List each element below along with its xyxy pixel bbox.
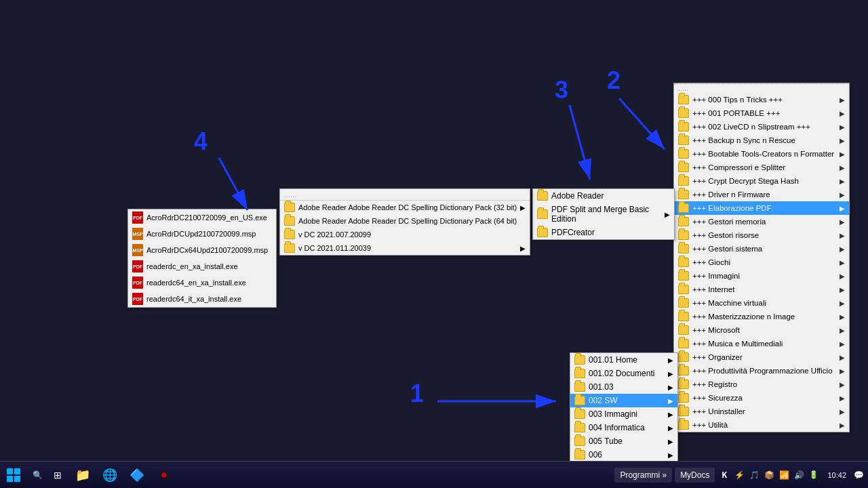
menu-item-label: +++ Bootable Tools-Creators n Formatter [692,150,834,158]
submenu-arrow-icon: ▶ [668,438,673,445]
tray-icon-3[interactable]: 🎵 [747,468,761,482]
menu-right-item[interactable]: +++ Driver n Firmware▶ [674,188,849,201]
windows-icon [7,468,20,482]
menu-right-item[interactable]: +++ Gestori memoria▶ [674,215,849,228]
menu-right-item[interactable]: +++ Sicurezza▶ [674,391,849,405]
menu-right-item[interactable]: +++ Registro▶ [674,378,849,391]
menu-file-item[interactable]: PDFreaderdc_en_xa_install.exe [128,258,276,274]
menu-sw-item[interactable]: 005 Tube▶ [570,434,677,448]
app3-pin[interactable]: 🔷 [125,463,149,487]
menu-file-item[interactable]: PDFAcroRdrDC2100720099_en_US.exe [128,209,276,226]
folder-icon [537,191,548,201]
svg-line-4 [219,158,248,210]
folder-icon [678,271,689,281]
programmi-label[interactable]: Programmi » [614,468,672,483]
folder-icon [574,355,585,365]
menu-right-item[interactable]: +++ Backup n Sync n Rescue▶ [674,134,849,147]
annotation-1: 1 [410,380,424,408]
menu-spelling-item[interactable]: v DC 2021.011.20039▶ [280,241,530,255]
menu-item-label: +++ Backup n Sync n Rescue [692,136,795,144]
tray-icon-2[interactable]: ⚡ [732,468,746,482]
menu-right-item[interactable]: +++ Masterizzazione n Image▶ [674,310,849,323]
folder-icon [678,136,689,145]
menu-item-label: Adobe Reader [551,191,604,201]
menu-right-item[interactable]: +++ Crypt Decrypt Stega Hash▶ [674,174,849,188]
menu-spelling-item[interactable]: v DC 2021.007.20099 [280,228,530,241]
folder-icon [678,298,689,308]
annotation-3: 3 [555,76,568,104]
file-explorer-pin[interactable]: 📁 [71,463,95,487]
menu-adobe-item[interactable]: PDFCreator [533,226,674,239]
taskbar-clock[interactable]: 10:42 [823,470,850,481]
desktop: 1 2 3 4 ...... +++ 000 Tips n Tricks +++… [0,0,868,461]
submenu-arrow-icon: ▶ [668,384,673,391]
submenu-arrow-icon: ▶ [840,178,845,185]
menu-sw-item[interactable]: 002 SW▶ [570,394,677,407]
menu-spelling-item[interactable]: Adobe Reader Adobe Reader DC Spelling Di… [280,214,530,228]
menu-right-item[interactable]: +++ Bootable Tools-Creators n Formatter▶ [674,147,849,161]
menu-item-label: +++ Internet [692,285,734,293]
menu-spelling-item[interactable]: Adobe Reader Adobe Reader DC Spelling Di… [280,201,530,214]
menu-right-item[interactable]: +++ Organizer▶ [674,350,849,364]
svg-line-2 [619,98,665,149]
menu-right-item[interactable]: +++ Elaborazione PDF▶ [674,201,849,215]
menu-item-label: v DC 2021.007.20099 [298,230,371,239]
menu-file-item[interactable]: MSPAcroRdrDCx64Upd2100720099.msp [128,242,276,258]
folder-icon [574,423,585,432]
menu-item-label: +++ Gestori risorse [692,231,759,239]
menu-right-item[interactable]: +++ Produttività Programmazione Ufficio▶ [674,364,849,378]
mydocs-label[interactable]: MyDocs [675,468,715,483]
menu-spelling-panel: ...... Adobe Reader Adobe Reader DC Spel… [279,188,530,256]
menu-sw-item[interactable]: 006▶ [570,448,677,462]
menu-adobe-item[interactable]: PDF Split and Merge Basic Edition▶ [533,203,674,226]
menu-sw-item[interactable]: 004 Informatica▶ [570,421,677,434]
menu-sw-item[interactable]: 001.02 Documenti▶ [570,367,677,380]
menu-right-item[interactable]: +++ Gestori sistema▶ [674,242,849,256]
svg-rect-8 [14,476,20,482]
menu-sw-item[interactable]: 003 Immagini▶ [570,407,677,421]
menu-item-label: Adobe Reader Adobe Reader DC Spelling Di… [298,217,517,225]
menu-file-item[interactable]: PDFreaderdc64_en_xa_install.exe [128,274,276,291]
edge-pin[interactable]: 🌐 [98,463,122,487]
svg-rect-7 [7,476,13,482]
menu-sw-item[interactable]: 001.01 Home▶ [570,353,677,367]
menu-file-item[interactable]: MSPAcroRdrDCUpd2100720099.msp [128,226,276,242]
menu-right-item[interactable]: +++ Gestori risorse▶ [674,228,849,242]
folder-icon [678,285,689,294]
folder-icon [574,382,585,392]
menu-right-item[interactable]: +++ Compressori e Splitter▶ [674,161,849,174]
menu-right-item[interactable]: +++ Uninstaller▶ [674,405,849,418]
menu-item-label: 001.01 Home [589,355,637,365]
menu-file-item[interactable]: PDFreaderdc64_it_xa_install.exe [128,291,276,307]
tray-icon-k[interactable]: K [717,468,731,482]
search-button[interactable]: 🔍 [27,465,47,485]
app4-pin[interactable]: ● [152,463,176,487]
menu-right-item[interactable]: +++ 000 Tips n Tricks +++▶ [674,93,849,106]
submenu-arrow-icon: ▶ [840,191,845,199]
task-view-button[interactable]: ⊞ [47,465,68,485]
submenu-arrow-icon: ▶ [840,164,845,171]
folder-icon [574,396,585,405]
menu-right-item[interactable]: +++ 001 PORTABLE +++▶ [674,106,849,120]
menu-right-item[interactable]: +++ Microsoft▶ [674,323,849,337]
submenu-arrow-icon: ▶ [665,211,670,218]
tray-icon-battery[interactable]: 🔋 [807,468,821,482]
submenu-arrow-icon: ▶ [840,327,845,334]
annotation-4: 4 [194,127,208,156]
tray-icon-dropbox[interactable]: 📦 [762,468,776,482]
menu-right-item[interactable]: +++ Immagini▶ [674,269,849,283]
menu-right-item[interactable]: +++ Musica e Multimediali▶ [674,337,849,350]
tray-icon-5[interactable]: 📶 [777,468,791,482]
menu-right-item[interactable]: +++ Internet▶ [674,283,849,296]
menu-right-item[interactable]: +++ Macchine virtuali▶ [674,296,849,310]
annotation-2: 2 [607,66,620,95]
menu-item-label: +++ Immagini [692,272,740,280]
menu-right-item[interactable]: +++ Utilità▶ [674,418,849,432]
menu-right-item[interactable]: +++ 002 LiveCD n Slipstream +++▶ [674,120,849,134]
tray-icon-6[interactable]: 🔊 [792,468,806,482]
start-button[interactable] [0,462,27,489]
notification-button[interactable]: 💬 [853,463,864,487]
menu-adobe-item[interactable]: Adobe Reader [533,189,674,203]
menu-right-item[interactable]: +++ Giochi▶ [674,256,849,269]
menu-sw-item[interactable]: 001.03▶ [570,380,677,394]
